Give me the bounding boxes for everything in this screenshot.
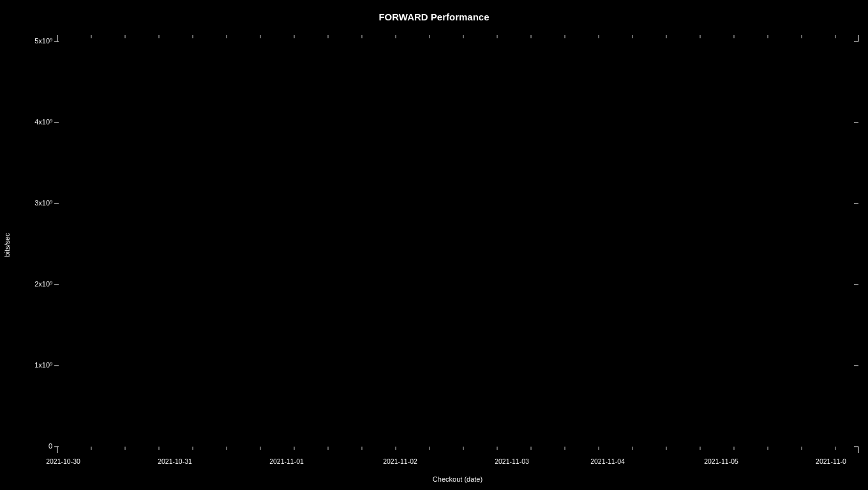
chart-title: FORWARD Performance	[378, 11, 489, 22]
x-tick-1101: 2021-11-01	[269, 457, 304, 465]
chart-container: FORWARD Performance bits/sec	[0, 0, 868, 490]
y-tick-5e9: 5x10⁹	[34, 37, 52, 45]
x-tick-110x: 2021-11-0	[816, 457, 846, 465]
y-tick-2e9: 2x10⁹	[34, 280, 52, 288]
x-tick-1102: 2021-11-02	[383, 457, 417, 465]
x-tick-1103: 2021-11-03	[495, 457, 529, 465]
y-tick-1e9: 1x10⁹	[34, 361, 52, 369]
x-tick-1030: 2021-10-30	[46, 457, 80, 465]
chart-svg: FORWARD Performance bits/sec	[0, 0, 868, 490]
plot-background	[57, 29, 858, 453]
x-tick-1104: 2021-11-04	[590, 457, 625, 465]
y-tick-3e9: 3x10⁹	[34, 199, 52, 207]
x-tick-1105: 2021-11-05	[704, 457, 738, 465]
x-axis-label: Checkout (date)	[433, 475, 483, 483]
y-tick-4e9: 4x10⁹	[34, 118, 52, 126]
y-tick-0: 0	[49, 442, 52, 450]
x-tick-1031: 2021-10-31	[158, 457, 192, 465]
y-axis-label: bits/sec	[3, 233, 11, 257]
